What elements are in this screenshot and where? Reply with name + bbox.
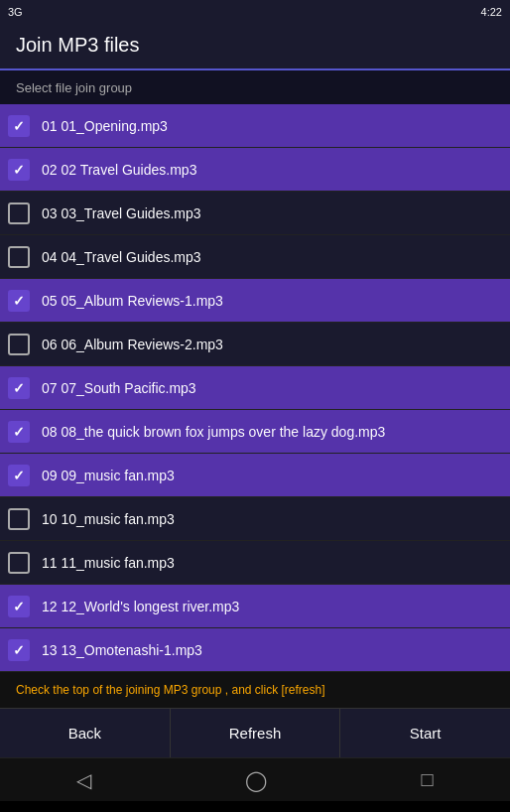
list-item[interactable]: 06 06_Album Reviews-2.mp3	[0, 323, 510, 366]
list-item[interactable]: 03 03_Travel Guides.mp3	[0, 192, 510, 235]
file-name-5: 05 05_Album Reviews-1.mp3	[42, 293, 223, 309]
header: Join MP3 files	[0, 24, 510, 70]
bottom-buttons: Back Refresh Start	[0, 708, 510, 757]
checkbox-2[interactable]	[8, 159, 30, 181]
start-button[interactable]: Start	[340, 709, 510, 757]
nav-back-icon[interactable]: ◁	[76, 768, 91, 792]
bottom-message: Check the top of the joining MP3 group ,…	[0, 672, 510, 708]
file-name-10: 10 10_music fan.mp3	[42, 511, 175, 527]
bottom-message-text: Check the top of the joining MP3 group ,…	[16, 683, 325, 697]
checkbox-4[interactable]	[8, 246, 30, 268]
checkbox-3[interactable]	[8, 203, 30, 224]
checkbox-11[interactable]	[8, 552, 30, 574]
checkbox-5[interactable]	[8, 290, 30, 312]
file-name-8: 08 08_the quick brown fox jumps over the…	[42, 424, 385, 440]
file-name-11: 11 11_music fan.mp3	[42, 555, 175, 571]
status-bar: 3G 4:22	[0, 0, 510, 24]
list-item[interactable]: 12 12_World's longest river.mp3	[0, 585, 510, 628]
list-item[interactable]: 02 02 Travel Guides.mp3	[0, 148, 510, 192]
checkbox-6[interactable]	[8, 334, 30, 355]
file-name-1: 01 01_Opening.mp3	[42, 118, 168, 134]
list-item[interactable]: 07 07_South Pacific.mp3	[0, 366, 510, 410]
checkbox-7[interactable]	[8, 377, 30, 399]
nav-home-icon[interactable]: ◯	[245, 768, 267, 792]
list-item[interactable]: 09 09_music fan.mp3	[0, 454, 510, 497]
checkbox-12[interactable]	[8, 596, 30, 617]
list-item[interactable]: 04 04_Travel Guides.mp3	[0, 235, 510, 279]
checkbox-8[interactable]	[8, 421, 30, 443]
file-list: 01 01_Opening.mp302 02 Travel Guides.mp3…	[0, 104, 510, 672]
list-item[interactable]: 10 10_music fan.mp3	[0, 497, 510, 541]
file-name-4: 04 04_Travel Guides.mp3	[42, 249, 201, 265]
list-item[interactable]: 11 11_music fan.mp3	[0, 541, 510, 585]
list-item[interactable]: 13 13_Omotenashi-1.mp3	[0, 628, 510, 672]
status-signal: 3G	[8, 6, 23, 18]
subheader-text: Select file join group	[16, 80, 132, 95]
file-name-12: 12 12_World's longest river.mp3	[42, 599, 239, 614]
list-item[interactable]: 08 08_the quick brown fox jumps over the…	[0, 410, 510, 454]
back-button[interactable]: Back	[0, 709, 171, 757]
file-name-13: 13 13_Omotenashi-1.mp3	[42, 642, 202, 658]
file-name-9: 09 09_music fan.mp3	[42, 468, 175, 483]
nav-bar: ◁ ◯ □	[0, 757, 510, 801]
checkbox-13[interactable]	[8, 639, 30, 661]
file-name-6: 06 06_Album Reviews-2.mp3	[42, 337, 223, 352]
file-name-2: 02 02 Travel Guides.mp3	[42, 162, 196, 178]
checkbox-9[interactable]	[8, 465, 30, 486]
file-name-7: 07 07_South Pacific.mp3	[42, 380, 196, 396]
checkbox-10[interactable]	[8, 508, 30, 530]
list-item[interactable]: 05 05_Album Reviews-1.mp3	[0, 279, 510, 323]
status-time: 4:22	[481, 6, 502, 18]
subheader: Select file join group	[0, 70, 510, 104]
checkbox-1[interactable]	[8, 115, 30, 137]
refresh-button[interactable]: Refresh	[171, 709, 341, 757]
nav-recent-icon[interactable]: □	[421, 768, 433, 791]
list-item[interactable]: 01 01_Opening.mp3	[0, 104, 510, 148]
file-name-3: 03 03_Travel Guides.mp3	[42, 205, 201, 221]
page-title: Join MP3 files	[16, 34, 140, 56]
